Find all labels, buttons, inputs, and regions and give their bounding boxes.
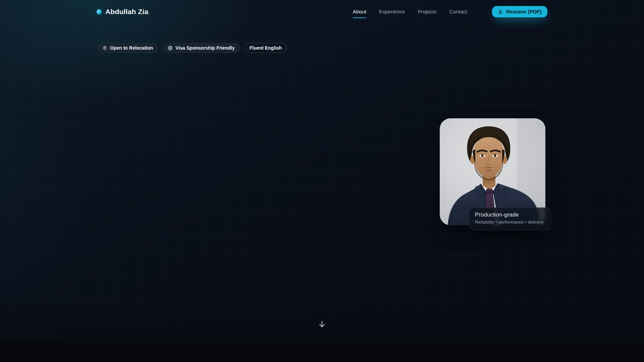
site-header: Abdullah Zia About Experience Projects C… <box>97 0 547 23</box>
globe-icon <box>168 46 173 51</box>
nav-item-projects[interactable]: Projects <box>418 7 437 17</box>
pin-icon <box>102 46 107 51</box>
hero-background <box>0 0 644 339</box>
badge-relocation: Open to Relocation <box>97 43 158 53</box>
grid-pattern <box>0 0 644 339</box>
nav-item-experience[interactable]: Experience <box>379 7 405 17</box>
badge-label: Visa Sponsorship Friendly <box>175 45 234 51</box>
nav-item-about[interactable]: About <box>353 7 367 17</box>
hero-bottom-fade <box>0 298 644 339</box>
photo-caption-card: Production-grade Reliability • performan… <box>469 207 551 230</box>
badge-english: Fluent English <box>245 43 287 53</box>
portfolio-hero-page: Abdullah Zia About Experience Projects C… <box>0 0 644 362</box>
next-section-band <box>0 339 644 362</box>
badge-label: Fluent English <box>250 45 282 51</box>
main-nav: About Experience Projects Contact Resume… <box>353 6 547 17</box>
brand[interactable]: Abdullah Zia <box>97 8 148 16</box>
arrow-down-icon <box>318 319 326 329</box>
badge-label: Open to Relocation <box>110 45 153 51</box>
badge-visa: Visa Sponsorship Friendly <box>163 43 239 53</box>
resume-download-button[interactable]: Resume (PDF) <box>492 6 547 17</box>
download-icon <box>498 9 503 14</box>
resume-button-label: Resume (PDF) <box>506 9 542 15</box>
portrait-card: Production-grade Reliability • performan… <box>440 118 545 225</box>
brand-name: Abdullah Zia <box>105 8 148 16</box>
badge-row: Open to Relocation Visa Sponsorship Frie… <box>97 43 287 53</box>
scroll-down-indicator[interactable] <box>318 319 326 329</box>
caption-subtitle: Reliability • performance • delivery <box>475 220 545 225</box>
nav-item-contact[interactable]: Contact <box>449 7 467 17</box>
caption-title: Production-grade <box>475 212 545 218</box>
brand-dot-icon <box>97 9 102 14</box>
